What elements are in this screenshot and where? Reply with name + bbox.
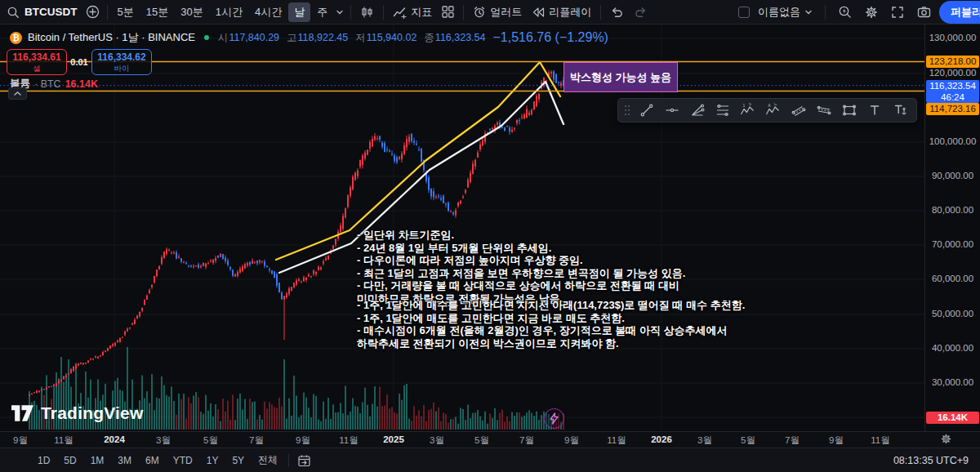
price-tick: 60,000.00 xyxy=(925,274,980,283)
alert-button[interactable]: 얼러트 xyxy=(468,2,527,22)
time-tick: 2024 xyxy=(104,434,125,444)
price-tick: 70,000.00 xyxy=(925,239,980,249)
timeframe-4시간[interactable]: 4시간 xyxy=(249,2,287,22)
annotation-block-2[interactable]: - 1주, 1달안에 매수를 고민한다면 지지선 아래(114,723$)로 떨… xyxy=(357,299,745,350)
quick-search-icon[interactable] xyxy=(833,2,857,21)
volume-unit: · BTC xyxy=(34,78,61,90)
range-5D[interactable]: 5D xyxy=(64,455,76,466)
anchored-text-tool-icon[interactable] xyxy=(887,100,912,121)
divider xyxy=(288,454,289,467)
annotation-line: - 다우이론에 따라 저점의 높아지며 우상향 중임. xyxy=(357,254,685,267)
divider xyxy=(350,5,351,20)
timeframe-15분[interactable]: 15분 xyxy=(140,2,174,22)
buy-button[interactable]: 116,334.62 바이 xyxy=(91,49,152,75)
price-change: −1,516.76 (−1.29%) xyxy=(493,30,608,45)
time-tick: 3월 xyxy=(697,434,712,447)
range-1M[interactable]: 1M xyxy=(91,455,105,466)
add-symbol-icon[interactable] xyxy=(86,5,100,19)
parallel-channel-tool-icon[interactable] xyxy=(786,100,811,121)
drag-handle-icon[interactable] xyxy=(622,100,632,121)
indicators-button[interactable]: 지표 xyxy=(388,2,437,22)
ohlc-item: 시117,840.29 xyxy=(218,31,279,45)
range-전체[interactable]: 전체 xyxy=(258,453,278,467)
tradingview-watermark[interactable]: TradingView xyxy=(11,403,144,423)
annotation-line: - 일단위 차트기준임. xyxy=(357,229,685,242)
replay-button[interactable]: 리플레이 xyxy=(527,2,596,22)
time-tick: 5월 xyxy=(474,434,489,447)
range-1Y[interactable]: 1Y xyxy=(207,455,219,466)
top-toolbar: BTCUSDT 5분15분30분1시간4시간날주 지표 얼러트 리플레이 이름없… xyxy=(0,0,980,24)
tradingview-logo-icon xyxy=(11,405,34,421)
axis-settings-gear-icon[interactable] xyxy=(941,434,951,444)
trend-fan-tool-icon[interactable] xyxy=(684,100,710,121)
annotation-line: - 최근 1달의 고점과 저점을 보면 우하향으로 변곡점이 될 가능성 있음. xyxy=(357,267,685,280)
sell-price: 116,334.61 xyxy=(12,52,60,62)
pane-collapse-button[interactable] xyxy=(8,87,27,100)
timeframe-날[interactable]: 날 xyxy=(288,2,310,22)
horizontal-line-tool-icon[interactable] xyxy=(659,100,684,121)
price-tick: 40,000.00 xyxy=(925,343,980,353)
layout-checkbox[interactable] xyxy=(738,7,750,18)
search-icon[interactable] xyxy=(7,6,20,19)
elliott-correction-tool-icon[interactable]: AC xyxy=(760,100,786,121)
volume-value: 16.14K xyxy=(65,78,98,90)
range-6M[interactable]: 6M xyxy=(145,455,159,466)
indicators-label: 지표 xyxy=(411,5,432,20)
fib-retracement-tool-icon[interactable] xyxy=(710,100,735,121)
timeframe-주[interactable]: 주 xyxy=(311,2,333,22)
resistance-price-label: 123,218.00 xyxy=(926,56,979,68)
trend-line-tool-icon[interactable] xyxy=(634,100,659,121)
divider xyxy=(107,5,108,20)
symbol-button[interactable]: BTCUSDT xyxy=(20,3,82,20)
watermark-text: TradingView xyxy=(41,403,144,423)
ohlc-item: 종116,323.54 xyxy=(424,31,485,45)
time-axis[interactable]: 9월11월20243월5월7월9월11월20253월5월7월9월11월20263… xyxy=(0,431,980,448)
boost-button[interactable] xyxy=(544,408,564,429)
time-tick: 9월 xyxy=(296,434,310,447)
svg-text:1: 1 xyxy=(743,103,746,108)
volume-axis-label: 16.14K xyxy=(926,412,979,424)
rectangle-tool-icon[interactable] xyxy=(836,100,862,121)
market-status-dot xyxy=(204,35,209,40)
settings-gear-icon[interactable] xyxy=(860,3,883,21)
callout-box[interactable]: 박스형성 가능성 높음 xyxy=(564,62,678,92)
fullscreen-icon[interactable] xyxy=(886,3,909,21)
time-tick: 2025 xyxy=(383,434,404,444)
clock-timezone[interactable]: 08:13:35 UTC+9 xyxy=(893,455,969,466)
time-tick: 7월 xyxy=(249,434,264,447)
order-panel: 116,334.61 셀 0.01 116,334.62 바이 xyxy=(7,49,152,75)
price-tick: 120,000.00 xyxy=(925,68,980,78)
screenshot-camera-icon[interactable] xyxy=(912,3,936,20)
symbol-header[interactable]: ₿ Bitcoin / TetherUS · 1날 · BINANCE 시117… xyxy=(10,30,608,45)
annotation-line: - 1주, 1달안에 매수를 고민한다면 지지선 아래(114,723$)로 떨… xyxy=(357,299,745,312)
bitcoin-icon: ₿ xyxy=(10,32,22,44)
undo-icon[interactable] xyxy=(605,3,629,20)
go-to-date-icon[interactable] xyxy=(297,454,311,467)
buy-label: 바이 xyxy=(114,65,130,73)
annotation-line: - 1주, 1달안에 매도를 고민한다면 지금 바로 매도 추천함. xyxy=(357,312,745,325)
redo-icon[interactable] xyxy=(629,3,653,20)
chart-style-icon[interactable] xyxy=(355,3,379,21)
text-tool-icon[interactable] xyxy=(862,100,887,121)
chevron-down-icon[interactable] xyxy=(336,9,344,16)
layout-name-button[interactable]: 이름없음 xyxy=(753,2,817,22)
time-tick: 3월 xyxy=(156,434,171,447)
timeframe-5분[interactable]: 5분 xyxy=(112,2,140,22)
range-YTD[interactable]: YTD xyxy=(173,455,193,466)
sell-button[interactable]: 116,334.61 셀 xyxy=(7,49,67,75)
range-5Y[interactable]: 5Y xyxy=(232,455,244,466)
alarm-clock-icon xyxy=(473,6,486,19)
last-price-value: 116,323.54 xyxy=(926,80,979,91)
price-chart[interactable] xyxy=(0,24,924,431)
publish-button[interactable]: 퍼블리시 xyxy=(939,1,980,24)
layout-templates-icon[interactable] xyxy=(437,3,459,20)
price-tick: 130,000.00 xyxy=(925,33,980,42)
elliott-impulse-tool-icon[interactable]: 15 xyxy=(735,100,760,121)
annotation-block-1[interactable]: - 일단위 차트기준임.- 24년 8월 1일 부터 5개월 단위의 추세임.-… xyxy=(357,229,685,305)
range-1D[interactable]: 1D xyxy=(38,455,50,466)
range-3M[interactable]: 3M xyxy=(118,455,131,466)
timeframe-30분[interactable]: 30분 xyxy=(175,2,208,22)
timeframe-1시간[interactable]: 1시간 xyxy=(210,2,248,22)
disjoint-channel-tool-icon[interactable] xyxy=(811,100,836,121)
price-axis[interactable]: 123,218.00 116,323.54 46:24 114,723.16 1… xyxy=(924,24,980,431)
